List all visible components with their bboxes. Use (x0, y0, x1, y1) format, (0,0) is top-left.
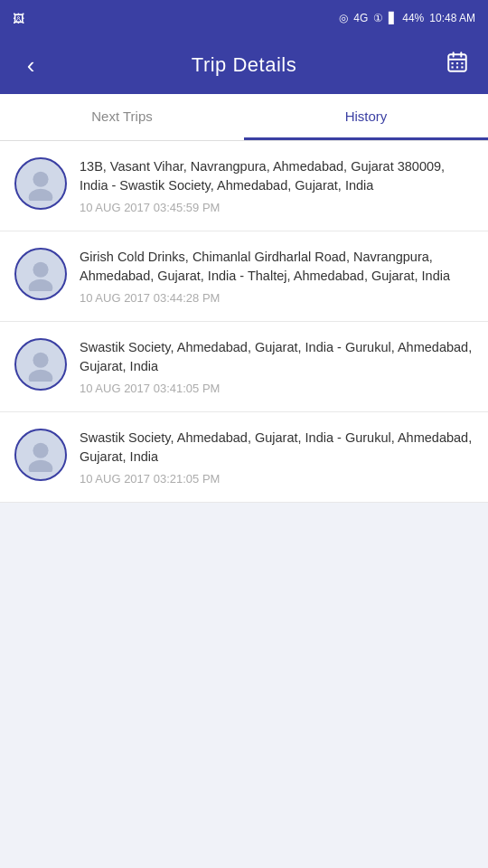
location-icon: ◎ (339, 12, 348, 24)
status-bar-left: 🖼 (13, 12, 24, 25)
user-icon (23, 166, 58, 201)
list-item[interactable]: Girish Cold Drinks, Chimanlal Girdharlal… (0, 231, 488, 322)
svg-rect-6 (461, 62, 463, 64)
trip-address: Swastik Society, Ahmedabad, Gujarat, Ind… (80, 429, 474, 467)
back-button[interactable]: ‹ (14, 52, 47, 80)
tab-bar: Next Trips History (0, 94, 488, 141)
trip-time: 10 AUG 2017 03:45:59 PM (80, 201, 474, 214)
status-bar-right: ◎ 4G ① ▋ 44% 10:48 AM (339, 12, 475, 24)
tab-history[interactable]: History (244, 94, 488, 140)
svg-rect-4 (452, 62, 454, 64)
user-icon (23, 257, 58, 291)
svg-rect-5 (456, 62, 458, 64)
svg-rect-8 (456, 66, 458, 68)
trip-content: Girish Cold Drinks, Chimanlal Girdharlal… (80, 248, 474, 305)
svg-rect-9 (461, 66, 463, 68)
svg-point-11 (29, 189, 53, 201)
network-label: 4G (353, 12, 368, 24)
header: ‹ Trip Details (0, 36, 488, 94)
trip-time: 10 AUG 2017 03:21:05 PM (80, 472, 474, 486)
avatar (14, 429, 67, 481)
trip-address: Girish Cold Drinks, Chimanlal Girdharlal… (80, 248, 474, 286)
trip-content: 13B, Vasant Vihar, Navrangpura, Ahmedaba… (80, 157, 474, 214)
sim-icon: ① (373, 12, 383, 24)
calendar-button[interactable] (441, 51, 474, 80)
trip-list: 13B, Vasant Vihar, Navrangpura, Ahmedaba… (0, 141, 488, 503)
photo-icon: 🖼 (13, 12, 24, 25)
svg-point-16 (33, 443, 48, 458)
trip-content: Swastik Society, Ahmedabad, Gujarat, Ind… (80, 338, 474, 395)
svg-rect-7 (452, 66, 454, 68)
list-item[interactable]: Swastik Society, Ahmedabad, Gujarat, Ind… (0, 412, 488, 503)
svg-point-10 (33, 172, 48, 187)
trip-time: 10 AUG 2017 03:44:28 PM (80, 291, 474, 305)
page-title: Trip Details (192, 53, 296, 77)
list-item[interactable]: 13B, Vasant Vihar, Navrangpura, Ahmedaba… (0, 141, 488, 231)
svg-point-14 (33, 353, 48, 368)
trip-address: 13B, Vasant Vihar, Navrangpura, Ahmedaba… (80, 157, 474, 195)
avatar (14, 248, 67, 300)
tab-next-trips[interactable]: Next Trips (0, 94, 244, 140)
user-icon (23, 347, 58, 382)
battery-label: 44% (402, 12, 424, 24)
svg-point-15 (29, 370, 53, 382)
trip-content: Swastik Society, Ahmedabad, Gujarat, Ind… (80, 429, 474, 486)
svg-point-12 (33, 262, 48, 278)
avatar (14, 157, 67, 210)
svg-point-13 (29, 279, 53, 291)
user-icon (23, 438, 58, 472)
calendar-icon (446, 51, 469, 74)
trip-address: Swastik Society, Ahmedabad, Gujarat, Ind… (80, 338, 474, 376)
list-item[interactable]: Swastik Society, Ahmedabad, Gujarat, Ind… (0, 322, 488, 412)
time-label: 10:48 AM (429, 12, 475, 24)
svg-point-17 (29, 460, 53, 472)
trip-time: 10 AUG 2017 03:41:05 PM (80, 382, 474, 395)
signal-icon: ▋ (389, 12, 397, 24)
status-bar: 🖼 ◎ 4G ① ▋ 44% 10:48 AM (0, 0, 488, 36)
avatar (14, 338, 67, 391)
